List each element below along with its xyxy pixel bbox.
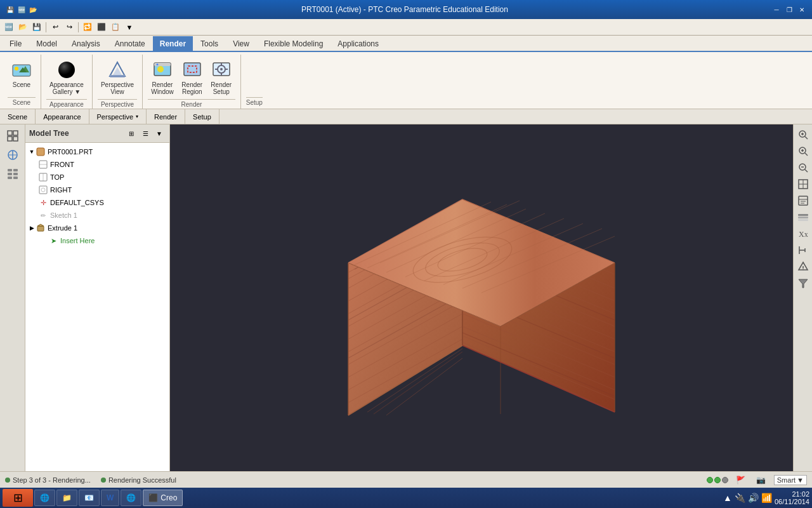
start-button[interactable]: ⊞ bbox=[3, 489, 33, 507]
tab-flexible-modeling[interactable]: Flexible Modeling bbox=[257, 36, 330, 51]
bar2-perspective[interactable]: Perspective ▾ bbox=[89, 109, 147, 124]
insert-label: Insert Here bbox=[60, 237, 95, 244]
light2 bbox=[714, 477, 721, 483]
tree-item-default-csys[interactable]: ✛ DEFAULT_CSYS bbox=[28, 196, 167, 209]
scene-label: Scene bbox=[13, 81, 30, 88]
tab-annotate[interactable]: Annotate bbox=[108, 36, 152, 51]
flag-button[interactable]: 🚩 bbox=[733, 474, 749, 486]
svg-rect-35 bbox=[37, 148, 44, 156]
new-file-button[interactable]: 🆕 bbox=[3, 21, 15, 34]
svg-rect-121 bbox=[798, 219, 808, 221]
geometry-button[interactable] bbox=[796, 259, 811, 274]
3d-model bbox=[317, 161, 646, 434]
tree-item-top[interactable]: TOP bbox=[28, 171, 167, 184]
tab-tools[interactable]: Tools bbox=[193, 36, 225, 51]
settings-button[interactable] bbox=[4, 165, 22, 183]
ribbon: Scene Scene bbox=[0, 52, 812, 109]
perspective-view-button[interactable]: PerspectiveView bbox=[98, 57, 137, 98]
sidebar-tree-btn[interactable]: ⊞ bbox=[125, 127, 138, 140]
tree-item-sketch1[interactable]: ✏ Sketch 1 bbox=[28, 209, 167, 222]
datum-display-button[interactable]: Xx bbox=[796, 226, 811, 241]
tree-item-insert-here[interactable]: ➤ Insert Here bbox=[28, 234, 167, 247]
camera-button[interactable]: 📷 bbox=[754, 474, 769, 486]
zoom-in-button[interactable] bbox=[796, 144, 811, 159]
model-tree-title: Model Tree bbox=[29, 129, 69, 138]
render-window-button[interactable]: RenderWindow bbox=[148, 57, 177, 98]
folder-icon: 📁 bbox=[62, 493, 72, 502]
tree-item-front[interactable]: FRONT bbox=[28, 158, 167, 171]
tray-up-icon[interactable]: ▲ bbox=[723, 493, 732, 503]
ie2-icon: 🌐 bbox=[126, 493, 136, 502]
tab-render[interactable]: Render bbox=[153, 36, 193, 51]
svg-point-1 bbox=[15, 67, 18, 70]
tab-view[interactable]: View bbox=[226, 36, 256, 51]
tab-file[interactable]: File bbox=[3, 36, 29, 51]
open-file-button[interactable]: 📂 bbox=[16, 21, 29, 34]
redo-button[interactable]: ↪ bbox=[63, 21, 75, 34]
minimize-button[interactable]: ─ bbox=[771, 4, 782, 15]
view-toggle-button[interactable] bbox=[4, 127, 22, 145]
copy-button[interactable]: 📋 bbox=[109, 21, 122, 34]
ribbon-group-scene: Scene Scene bbox=[3, 55, 41, 109]
render-region-button[interactable]: RenderRegion bbox=[178, 57, 206, 98]
qa-dropdown[interactable]: ▼ bbox=[123, 21, 136, 34]
taskbar-creo[interactable]: ⬛ Creo bbox=[143, 490, 183, 506]
display-button[interactable]: ⬛ bbox=[95, 21, 108, 34]
tray-signal-icon[interactable]: 📶 bbox=[761, 493, 772, 503]
taskbar-ie2[interactable]: 🌐 bbox=[121, 490, 141, 506]
sidebar-filter-btn[interactable]: ☰ bbox=[139, 127, 152, 140]
success-label: Rendering Successful bbox=[108, 476, 176, 484]
appearance-gallery-button[interactable]: AppearanceGallery ▼ bbox=[46, 57, 87, 98]
tray-network-icon[interactable]: 🔌 bbox=[735, 493, 745, 503]
svg-point-41 bbox=[41, 188, 45, 192]
title-bar: 💾 🆕 📂 PRT0001 (Active) - PTC Creo Parame… bbox=[0, 0, 812, 19]
taskbar-word[interactable]: W bbox=[101, 490, 119, 506]
scene-button[interactable]: Scene bbox=[8, 57, 36, 91]
save-file-button[interactable]: 💾 bbox=[30, 21, 43, 34]
clock-date: 06/11/2014 bbox=[775, 498, 809, 505]
creo-label: Creo bbox=[160, 493, 177, 502]
system-clock[interactable]: 21:02 06/11/2014 bbox=[775, 490, 809, 505]
left-panel: Model Tree ⊞ ☰ ▼ ▼ PRT0001.PRT bbox=[0, 124, 170, 471]
undo-button[interactable]: ↩ bbox=[49, 21, 62, 34]
layer-button[interactable] bbox=[796, 210, 811, 225]
sidebar-menu-btn[interactable]: ▼ bbox=[153, 127, 166, 140]
restore-button[interactable]: ❐ bbox=[784, 4, 794, 15]
named-views-button[interactable] bbox=[796, 193, 811, 208]
tree-item-right[interactable]: RIGHT bbox=[28, 184, 167, 196]
tab-applications[interactable]: Applications bbox=[331, 36, 386, 51]
smart-label: Smart bbox=[777, 476, 796, 484]
filter-button2[interactable] bbox=[796, 276, 811, 291]
tab-model[interactable]: Model bbox=[29, 36, 64, 51]
tab-analysis[interactable]: Analysis bbox=[65, 36, 107, 51]
tray-volume-icon[interactable]: 🔊 bbox=[748, 493, 759, 503]
annotation-button[interactable] bbox=[796, 243, 811, 258]
close-button[interactable]: ✕ bbox=[797, 4, 807, 15]
render-region-icon bbox=[182, 60, 202, 80]
regen-button[interactable]: 🔁 bbox=[81, 21, 94, 34]
sketch1-label: Sketch 1 bbox=[50, 211, 77, 219]
tree-item-prt0001[interactable]: ▼ PRT0001.PRT bbox=[28, 145, 167, 158]
expand-prt0001[interactable]: ▼ bbox=[28, 148, 36, 156]
zoom-fit-button[interactable] bbox=[796, 127, 811, 142]
view-orient-button[interactable] bbox=[796, 177, 811, 192]
zoom-out-button[interactable] bbox=[796, 160, 811, 175]
taskbar-email[interactable]: 📧 bbox=[79, 490, 100, 506]
bar2-scene[interactable]: Scene bbox=[0, 109, 36, 124]
new-icon[interactable]: 🆕 bbox=[16, 4, 27, 15]
canvas-area[interactable] bbox=[170, 124, 793, 471]
expand-extrude1[interactable]: ▶ bbox=[28, 224, 36, 232]
bar2-setup[interactable]: Setup bbox=[185, 109, 219, 124]
open-icon[interactable]: 📂 bbox=[28, 4, 38, 15]
save-icon[interactable]: 💾 bbox=[5, 4, 15, 15]
bar2-appearance[interactable]: Appearance bbox=[36, 109, 89, 124]
render-setup-button[interactable]: RenderSetup bbox=[207, 57, 235, 98]
smart-select[interactable]: Smart ▼ bbox=[774, 475, 807, 485]
taskbar-ie1[interactable]: 🌐 bbox=[34, 490, 55, 506]
taskbar-folder[interactable]: 📁 bbox=[56, 490, 77, 506]
bar2-render[interactable]: Render bbox=[147, 109, 185, 124]
svg-rect-29 bbox=[8, 169, 12, 171]
feature-filter-button[interactable] bbox=[4, 146, 22, 164]
tree-item-extrude1[interactable]: ▶ Extrude 1 bbox=[28, 222, 167, 234]
perspective-group-label: Perspective bbox=[98, 99, 137, 108]
